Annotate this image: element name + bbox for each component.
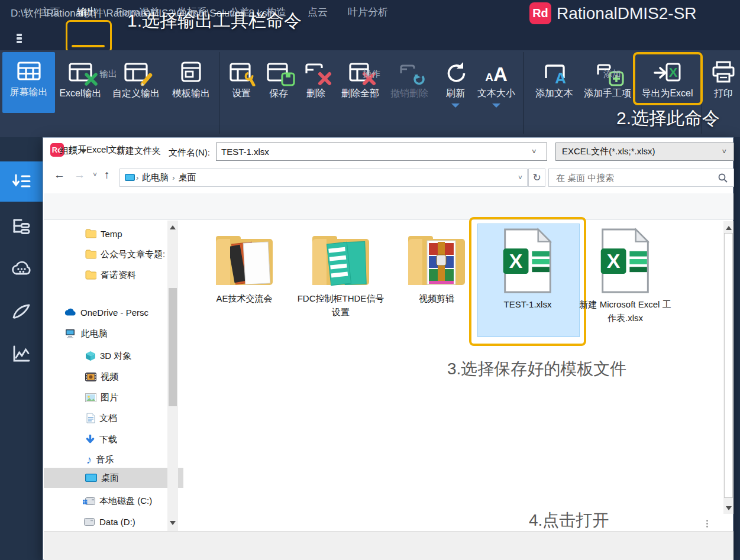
tab-home[interactable]: 主页	[40, 5, 60, 19]
screen-output-button[interactable]: 屏幕输出	[2, 52, 55, 113]
delete-button[interactable]: 删除	[302, 53, 330, 100]
search-box[interactable]	[548, 169, 734, 187]
tree-item-local-disk-c[interactable]: 本地磁盘 (C:)	[83, 491, 152, 511]
tree-item-data-d[interactable]: Data (D:)	[83, 512, 135, 531]
refresh-address-button[interactable]: ↻	[528, 169, 545, 187]
tree-item-videos[interactable]: 视频	[85, 367, 118, 387]
tree-item-temp[interactable]: Temp	[85, 224, 122, 244]
organize-button[interactable]: 组织	[60, 145, 86, 157]
blade-icon	[11, 302, 32, 321]
app-name: RationalDMIS2-SR	[557, 4, 697, 23]
navigation-pane: Temp 公众号文章专题: 胥诺资料 OneDrive - Persc 此电脑 …	[44, 221, 183, 531]
3d-cube-icon	[85, 351, 96, 361]
template-output-button[interactable]: 模板输出	[168, 53, 214, 100]
blade-sidebar-button[interactable]	[0, 291, 43, 331]
refresh-icon	[442, 53, 468, 84]
group-label-operation: 操作	[363, 69, 380, 80]
filename-input[interactable]	[216, 143, 547, 161]
table-save-icon	[267, 53, 290, 84]
point-cloud-sidebar-button[interactable]	[0, 248, 43, 289]
tree-item-xunuo[interactable]: 胥诺资料	[85, 265, 136, 285]
print-button[interactable]: 打印	[709, 53, 738, 100]
breadcrumb-desktop[interactable]: 桌面	[179, 172, 196, 183]
tab-pointcloud[interactable]: 点云	[308, 5, 328, 19]
undo-delete-button: 撤销删除	[386, 53, 433, 100]
tree-item-this-pc[interactable]: 此电脑	[65, 323, 108, 344]
tree-item-onedrive[interactable]: OneDrive - Persc	[64, 302, 148, 322]
tree-view-sidebar-button[interactable]	[0, 206, 43, 246]
filename-label: 文件名(N):	[169, 147, 210, 158]
tree-item-pictures[interactable]: 图片	[85, 387, 118, 407]
history-dropdown-icon[interactable]: ˅	[93, 171, 97, 179]
annotation-box-export-excel	[633, 52, 703, 105]
rationaldmis-window: D:\软件\Rational软件\RationalDMIS2\Output\So…	[0, 0, 740, 560]
table-icon	[16, 52, 42, 83]
file-list: AE技术交流会 FDC控制柜THDE信号设置	[183, 221, 723, 531]
new-folder-button[interactable]: 新建文件夹	[117, 145, 161, 157]
up-button[interactable]: ↑	[104, 169, 110, 182]
file-list-scrollbar[interactable]	[723, 221, 733, 514]
address-dropdown-icon[interactable]: ˅	[518, 174, 522, 182]
address-bar[interactable]: › 此电脑 › 桌面 ˅	[119, 169, 528, 187]
annotation-step4: 4.点击打开	[529, 509, 609, 532]
point-cloud-icon	[10, 258, 33, 279]
search-icon[interactable]	[718, 173, 728, 183]
music-icon: ♪	[86, 454, 92, 465]
refresh-dropdown-arrow[interactable]	[451, 103, 460, 108]
annotation-step3: 3.选择保存好的模板文件	[447, 358, 626, 380]
list-scroll-down	[723, 503, 733, 513]
app-logo-icon: Rd	[529, 2, 551, 24]
forward-button: →	[74, 169, 85, 182]
table-wrench-icon	[230, 53, 253, 84]
tree-scrollbar[interactable]	[167, 221, 178, 531]
folder-icon	[85, 250, 96, 259]
filetype-select[interactable]: EXCEL文件(*.xls;*.xlsx) ˅	[555, 143, 734, 161]
app-menu-icon[interactable]	[17, 33, 22, 44]
dialog-bottom-bar	[44, 531, 733, 560]
list-scrollbar-thumb	[724, 233, 733, 498]
text-size-dropdown-arrow[interactable]	[492, 103, 500, 108]
svg-text:X: X	[607, 250, 621, 272]
folder-icon	[85, 270, 96, 280]
file-item-ae[interactable]: AE技术交流会	[194, 231, 295, 305]
tree-item-music[interactable]: ♪音乐	[86, 449, 114, 470]
tab-blade-analysis[interactable]: 叶片分析	[348, 5, 388, 19]
file-item-new-excel[interactable]: X 新建 Microsoft Excel 工作表.xlsx	[575, 228, 676, 325]
tree-item-downloads[interactable]: 下载	[85, 429, 117, 449]
computer-icon	[65, 329, 77, 339]
folder-preview-icon	[214, 231, 275, 288]
tab-output[interactable]: 输出	[77, 5, 97, 19]
back-button[interactable]: ←	[54, 169, 65, 182]
documents-icon	[86, 413, 95, 423]
add-text-button[interactable]: A 添加文本	[531, 53, 577, 100]
tree-item-gzh[interactable]: 公众号文章专题:	[85, 244, 165, 264]
filename-dropdown-icon[interactable]: ˅	[532, 147, 537, 156]
file-item-fdc[interactable]: FDC控制柜THDE信号设置	[290, 231, 391, 319]
group-label-output: 输出	[99, 69, 117, 80]
group-label-add: 添加	[603, 69, 621, 80]
refresh-button[interactable]: 刷新	[440, 53, 471, 108]
excel-output-button[interactable]: Excel输出	[58, 53, 103, 100]
tree-scroll-down	[167, 517, 178, 528]
tree-view-icon	[11, 215, 32, 237]
dialog-toolbar	[44, 193, 733, 220]
tree-item-desktop[interactable]: 桌面	[44, 468, 183, 488]
annotation-step1: 1.选择输出工具栏命令	[127, 9, 302, 33]
folder-icon	[85, 229, 96, 238]
desktop-icon	[85, 474, 97, 483]
output-list-sidebar-button[interactable]	[0, 161, 43, 202]
tree-scrollbar-thumb	[169, 288, 177, 406]
statistics-sidebar-button[interactable]	[0, 334, 43, 374]
breadcrumb-this-pc[interactable]: 此电脑	[142, 172, 169, 183]
resize-grip-icon[interactable]	[706, 519, 708, 529]
search-input[interactable]	[555, 172, 718, 183]
text-size-button[interactable]: AA 文本大小	[474, 53, 518, 108]
save-button[interactable]: 保存	[264, 53, 293, 100]
video-icon	[85, 373, 96, 381]
custom-output-button[interactable]: 自定义输出	[109, 53, 163, 100]
disk-icon	[83, 518, 95, 526]
annotation-box-template-file	[469, 217, 586, 346]
tree-item-documents[interactable]: 文档	[86, 408, 117, 428]
settings-button[interactable]: 设置	[227, 53, 256, 100]
tree-item-3d-objects[interactable]: 3D 对象	[85, 346, 131, 366]
